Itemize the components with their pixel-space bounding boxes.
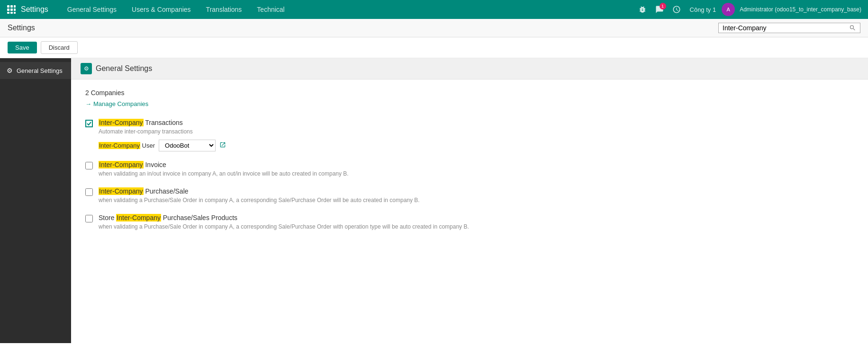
highlight-user-label: Inter-Company <box>99 142 140 149</box>
discard-button[interactable]: Discard <box>41 41 78 54</box>
setting-content-transactions: Inter-Company Transactions Automate inte… <box>99 119 854 151</box>
search-icon <box>849 24 856 32</box>
setting-desc-purchase-sale: when validating a Purchase/Sale Order in… <box>99 196 854 204</box>
highlight-intercompany: Inter-Company <box>99 119 144 126</box>
svg-rect-5 <box>14 9 16 11</box>
clock-icon-button[interactable] <box>669 2 684 17</box>
setting-title-invoice: Inter-Company Invoice <box>99 161 854 168</box>
highlight-purchase-sale: Inter-Company <box>99 187 144 195</box>
arrow-right-icon: → <box>85 100 91 107</box>
store-rest: Purchase/Sales Products <box>163 214 237 221</box>
save-button[interactable]: Save <box>8 42 37 53</box>
search-box <box>718 23 860 33</box>
section-header: ⚙ General Settings <box>71 58 868 80</box>
inter-company-user-select[interactable]: OdooBot <box>159 140 216 151</box>
user-avatar[interactable]: A <box>722 3 735 16</box>
manage-companies-label: Manage Companies <box>93 100 148 107</box>
section-header-title: General Settings <box>96 64 152 73</box>
user-row: Inter-Company User OdooBot <box>99 140 854 151</box>
main-layout: ⚙ General Settings ⚙ General Settings 2 … <box>0 58 868 343</box>
sidebar-item-label: General Settings <box>17 67 63 74</box>
company-name[interactable]: Công ty 1 <box>686 6 720 13</box>
setting-desc-store: when validating a Purchase/Sale Order in… <box>99 222 854 231</box>
search-input[interactable] <box>723 24 849 32</box>
message-icon-button[interactable]: 1 <box>652 2 667 17</box>
svg-rect-6 <box>7 12 9 14</box>
svg-rect-8 <box>14 12 16 14</box>
checkbox-purchase-sale[interactable] <box>85 188 93 196</box>
svg-rect-0 <box>7 5 9 8</box>
svg-rect-2 <box>14 5 16 8</box>
nav-users-companies[interactable]: Users & Companies <box>124 0 199 19</box>
sidebar-item-general-settings[interactable]: ⚙ General Settings <box>0 62 71 79</box>
checkbox-transactions[interactable] <box>85 120 93 127</box>
content-area: ⚙ General Settings 2 Companies → Manage … <box>71 58 868 343</box>
title-rest: Transactions <box>145 119 183 126</box>
section-header-icon: ⚙ <box>81 63 92 74</box>
top-navigation: Settings General Settings Users & Compan… <box>0 0 868 19</box>
setting-title-transactions: Inter-Company Transactions <box>99 119 854 126</box>
app-title: Settings <box>21 5 48 14</box>
svg-rect-7 <box>10 12 13 14</box>
toolbar: Save Discard <box>0 37 868 58</box>
external-link-icon[interactable] <box>219 142 226 150</box>
setting-title-store: Store Inter-Company Purchase/Sales Produ… <box>99 214 854 221</box>
setting-desc-invoice: when validating an in/out invoice in com… <box>99 169 854 178</box>
invoice-rest: Invoice <box>145 161 166 168</box>
setting-row-store: Store Inter-Company Purchase/Sales Produ… <box>85 214 854 231</box>
gear-icon: ⚙ <box>7 67 13 74</box>
sidebar: ⚙ General Settings <box>0 58 71 343</box>
second-bar: Settings <box>0 19 868 37</box>
highlight-invoice: Inter-Company <box>99 161 144 168</box>
content-inner: 2 Companies → Manage Companies Inter-Com… <box>71 80 868 250</box>
nav-links: General Settings Users & Companies Trans… <box>60 0 292 19</box>
setting-row-purchase-sale: Inter-Company Purchase/Sale when validat… <box>85 187 854 204</box>
message-badge: 1 <box>660 3 666 9</box>
svg-rect-1 <box>10 5 13 8</box>
companies-count: 2 Companies <box>85 89 854 97</box>
setting-row-invoice: Inter-Company Invoice when validating an… <box>85 161 854 178</box>
admin-label[interactable]: Administrator (odoo15_to_inter_company_b… <box>737 6 864 13</box>
setting-desc-transactions: Automate inter-company transactions <box>99 127 854 136</box>
store-prefix: Store <box>99 214 116 221</box>
page-title: Settings <box>8 24 35 32</box>
apps-menu-button[interactable] <box>4 2 19 17</box>
setting-row-transactions: Inter-Company Transactions Automate inte… <box>85 119 854 151</box>
nav-technical[interactable]: Technical <box>249 0 292 19</box>
setting-title-purchase-sale: Inter-Company Purchase/Sale <box>99 187 854 195</box>
setting-content-store: Store Inter-Company Purchase/Sales Produ… <box>99 214 854 231</box>
highlight-store: Inter-Company <box>116 214 161 221</box>
purchase-sale-rest: Purchase/Sale <box>145 187 188 195</box>
checkbox-invoice[interactable] <box>85 162 93 169</box>
nav-translations[interactable]: Translations <box>199 0 250 19</box>
setting-content-invoice: Inter-Company Invoice when validating an… <box>99 161 854 178</box>
setting-content-purchase-sale: Inter-Company Purchase/Sale when validat… <box>99 187 854 204</box>
nav-general-settings[interactable]: General Settings <box>60 0 124 19</box>
top-nav-right: 1 Công ty 1 A Administrator (odoo15_to_i… <box>635 2 864 17</box>
bug-icon-button[interactable] <box>635 2 650 17</box>
user-row-label: Inter-Company User <box>99 142 155 149</box>
manage-companies-link[interactable]: → Manage Companies <box>85 100 854 107</box>
svg-rect-4 <box>10 9 13 11</box>
svg-rect-3 <box>7 9 9 11</box>
checkbox-store[interactable] <box>85 215 93 222</box>
